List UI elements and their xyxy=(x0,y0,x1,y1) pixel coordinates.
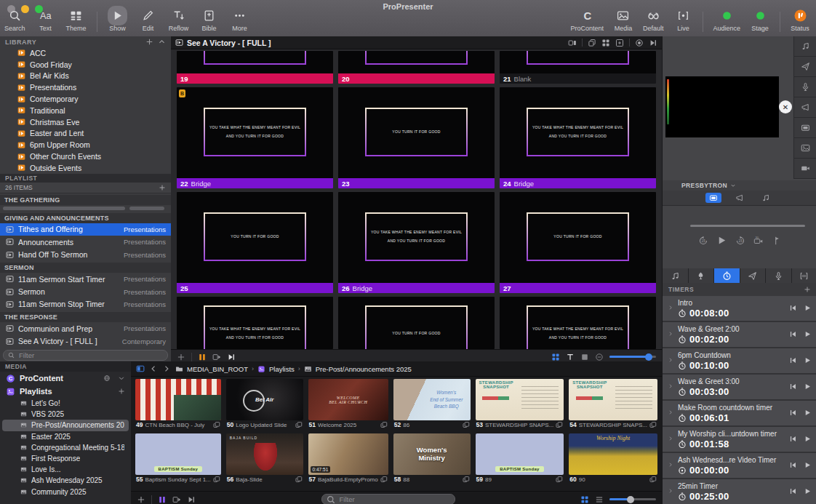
expand-timer-icon[interactable] xyxy=(668,462,673,468)
library-item-outside-events[interactable]: Outside Events xyxy=(0,162,171,174)
rail-camera-button[interactable] xyxy=(794,159,816,179)
playlist-filter-input[interactable] xyxy=(17,351,163,360)
record-icon[interactable] xyxy=(635,39,644,47)
media-item-54[interactable]: STEWARDSHIP SNAPSHOT54STEWARDSHIP SNAPS.… xyxy=(569,379,657,431)
dock-tab-stage[interactable] xyxy=(766,268,792,283)
start-timer-button[interactable] xyxy=(804,383,812,391)
toolbar-more-button[interactable]: More xyxy=(230,9,250,32)
audio-progress-bar[interactable] xyxy=(690,225,805,227)
rail-screen-button[interactable] xyxy=(794,118,816,138)
arrangement-view-icon[interactable] xyxy=(568,39,577,47)
reset-timer-button[interactable] xyxy=(789,383,797,391)
timer-row-ash-wednesd-re-video-timer[interactable]: Ash Wednesd...re Video Timer 00:00:00 xyxy=(663,453,816,478)
thumbnail-size-slider[interactable] xyxy=(609,356,656,358)
chevron-down-icon[interactable] xyxy=(118,375,125,382)
media-item-59[interactable]: BAPTISM Sunday5989 xyxy=(476,433,564,485)
expand-timer-icon[interactable] xyxy=(668,383,673,389)
slide-cell-23[interactable]: YOU TURN IT FOR GOOD23 xyxy=(338,87,495,188)
media-slideshow-icon[interactable] xyxy=(172,495,181,504)
media-item-57[interactable]: 0:47:5157BajaBuild-EmptyPromo xyxy=(308,433,388,485)
expand-timer-icon[interactable] xyxy=(668,436,673,441)
toolbar-theme-button[interactable]: Theme xyxy=(66,9,87,32)
start-timer-button[interactable] xyxy=(804,461,812,469)
media-playlist-item-pre-post-announcements-2025[interactable]: Pre-Post/Announcements 2025 xyxy=(2,420,129,431)
dock-tab-capture[interactable] xyxy=(792,268,816,283)
slideshow-mode-icon[interactable] xyxy=(212,353,221,361)
slide-cell-24[interactable]: YOU TAKE WHAT THE ENEMY MEANT FOR EVILAN… xyxy=(500,87,656,188)
slide-cell-20[interactable]: 20 xyxy=(338,51,495,84)
start-timer-button[interactable] xyxy=(804,330,812,338)
library-item-contemporary[interactable]: Contemporary xyxy=(0,93,171,105)
slide-cell-22[interactable]: YOU TAKE WHAT THE ENEMY MEANT FOR EVILAN… xyxy=(177,87,333,188)
reset-timer-button[interactable] xyxy=(789,487,797,495)
toolbar-procontent-button[interactable]: C ProContent xyxy=(570,9,604,32)
media-grid-view-button[interactable] xyxy=(580,495,589,504)
skip-back-15-button[interactable]: 15 xyxy=(698,236,708,246)
breadcrumb-item[interactable]: Playlists xyxy=(269,365,295,373)
start-timer-button[interactable] xyxy=(804,487,812,495)
playlist-item-announcements[interactable]: Announcements Presentations xyxy=(0,236,171,248)
media-thumbnail-size-slider[interactable] xyxy=(609,498,656,500)
skip-forward-15-button[interactable]: 15 xyxy=(735,236,745,246)
add-media-playlist-button[interactable] xyxy=(118,388,125,395)
expand-timer-icon[interactable] xyxy=(668,331,673,337)
collapse-library-button[interactable] xyxy=(158,38,166,46)
media-playlist-item-love-is[interactable]: Love Is... xyxy=(2,464,129,475)
slide-cell-26[interactable]: YOU TAKE WHAT THE ENEMY MEANT FOR EVILAN… xyxy=(338,192,495,293)
toolbar-stage-button[interactable]: Stage xyxy=(750,9,770,32)
expand-timer-icon[interactable] xyxy=(668,409,673,415)
copy-icon[interactable] xyxy=(588,39,596,47)
expand-timer-icon[interactable] xyxy=(668,305,673,311)
reset-timer-button[interactable] xyxy=(789,435,797,443)
slide-cell[interactable]: YOU TAKE WHAT THE ENEMY MEANT FOR EVILAN… xyxy=(500,297,656,349)
slide-cell-27[interactable]: YOU TURN IT FOR GOOD27 xyxy=(500,192,656,293)
toolbar-default-button[interactable]: Default xyxy=(643,9,664,32)
timer-row-6pm-countdown[interactable]: 6pm Countdown 00:10:00 xyxy=(663,348,816,373)
library-item-6pm-upper-room[interactable]: 6pm Upper Room xyxy=(0,139,171,151)
media-item-50[interactable]: Bel Air50Logo Updated Slide xyxy=(226,379,303,431)
toolbar-text-button[interactable]: Aa Text xyxy=(36,9,56,32)
slide-cell-25[interactable]: YOU TURN IT FOR GOOD25 xyxy=(177,192,333,293)
start-timer-button[interactable] xyxy=(804,409,812,417)
back-button[interactable] xyxy=(149,364,158,373)
thumbnail-view-button[interactable] xyxy=(551,353,560,361)
dock-tab-audio[interactable] xyxy=(663,268,689,283)
preview-layer-tab-screen[interactable] xyxy=(705,193,721,203)
rail-send-button[interactable] xyxy=(794,57,816,77)
clear-layer-icon[interactable] xyxy=(198,353,207,361)
library-item-christmas-eve[interactable]: Christmas Eve xyxy=(0,116,171,128)
media-playlist-item-first-response[interactable]: First Response xyxy=(2,453,129,464)
timer-row-my-worship-cli-untdown-timer[interactable]: My Worship cli...untdown timer 00:01:58 xyxy=(663,427,816,452)
media-item-49[interactable]: 49CTN Beach BBQ - July xyxy=(135,379,221,431)
zoom-out-icon[interactable] xyxy=(595,353,604,361)
timer-row-intro[interactable]: Intro 00:08:00 xyxy=(663,296,816,321)
add-playlist-item-button[interactable] xyxy=(159,184,166,191)
clear-output-button[interactable]: ✕ xyxy=(779,100,792,113)
toolbar-reflow-button[interactable]: Reflow xyxy=(169,9,189,32)
toggle-sidebar-button[interactable] xyxy=(136,364,145,373)
library-item-traditional[interactable]: Traditional xyxy=(0,105,171,116)
dock-tab-props[interactable] xyxy=(689,268,715,283)
toolbar-status-button[interactable]: Status xyxy=(790,9,810,32)
media-playlist-item-vbs-2025[interactable]: VBS 2025 xyxy=(2,409,129,420)
text-view-button[interactable] xyxy=(566,353,575,361)
slide-cell[interactable]: YOU TAKE WHAT THE ENEMY MEANT FOR EVILAN… xyxy=(177,297,333,349)
expand-view-icon[interactable] xyxy=(615,39,624,47)
timer-row-wave-greet-2-00[interactable]: Wave & Greet 2:00 00:02:00 xyxy=(663,322,816,347)
reset-timer-button[interactable] xyxy=(789,304,797,312)
toolbar-edit-button[interactable]: Edit xyxy=(138,9,159,32)
expand-timer-icon[interactable] xyxy=(668,488,673,494)
toolbar-search-button[interactable]: Search xyxy=(4,9,25,32)
add-timer-button[interactable] xyxy=(804,286,811,293)
media-advance-icon[interactable] xyxy=(187,495,196,504)
media-bin-filter[interactable] xyxy=(321,494,455,504)
procontent-row[interactable]: C ProContent xyxy=(0,372,131,385)
start-timer-button[interactable] xyxy=(804,356,812,364)
library-item-acc[interactable]: ACC xyxy=(0,47,171,59)
timer-row-make-room-countdown-timer[interactable]: Make Room countdown timer 00:06:01 xyxy=(663,401,816,425)
playlist-item-11am-sermon-start-timer[interactable]: 11am Sermon Start Timer Presentations xyxy=(0,273,171,285)
media-playlist-item-easter-2025[interactable]: Easter 2025 xyxy=(2,431,129,442)
library-item-presentations[interactable]: Presentations xyxy=(0,81,171,93)
grid-view-icon[interactable] xyxy=(601,39,610,47)
media-item-55[interactable]: BAPTISM Sunday55Baptism Sunday Sept 1... xyxy=(135,433,221,485)
